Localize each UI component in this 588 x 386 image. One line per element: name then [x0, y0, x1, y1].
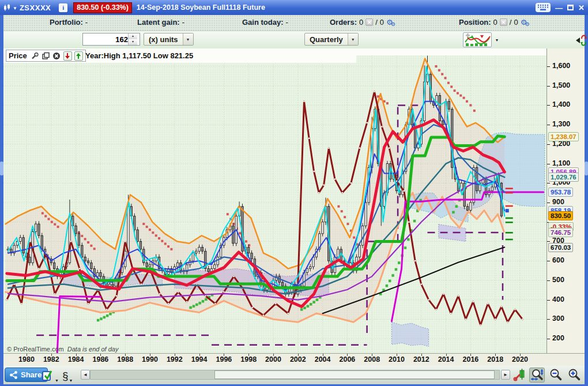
- red-sar-dot: [473, 110, 476, 112]
- chart-scrollbar[interactable]: [90, 370, 500, 380]
- red-sar-dot: [161, 240, 163, 242]
- wrench-icon[interactable]: [31, 51, 39, 60]
- price-badge: 1,238.07: [548, 132, 579, 141]
- window-titlebar: ▼ ZSXXXX i 830.50 (-0.33%) 14-Sep-2018 S…: [0, 0, 588, 15]
- red-sar-dot: [463, 97, 465, 99]
- zoom-out-button[interactable]: [548, 368, 563, 383]
- red-sar-dot: [167, 245, 169, 248]
- move-panel-up-icon[interactable]: [74, 51, 83, 61]
- candle-body: [448, 102, 450, 109]
- green-sar-dot: [413, 220, 416, 223]
- position-slash: /: [510, 18, 512, 27]
- ma-maroon-marker: [29, 241, 31, 242]
- y-axis-tick: [547, 86, 550, 87]
- orders-field: Orders: 0 ✕ / 0 ⚙: [330, 18, 393, 27]
- candle-body: [251, 253, 252, 259]
- units-mode-value: (x) units: [144, 35, 183, 44]
- latent-gain-value: -: [182, 18, 184, 27]
- candle-body: [281, 282, 283, 286]
- order-tool-caret: ▼: [55, 378, 59, 383]
- ma-maroon-marker: [318, 192, 319, 193]
- maximize-button[interactable]: [567, 5, 574, 10]
- duplicate-panel-icon[interactable]: [42, 51, 50, 60]
- chart-settings-button[interactable]: [512, 368, 527, 383]
- green-sar-dot: [202, 300, 205, 303]
- candle-body: [91, 263, 92, 269]
- units-count-field[interactable]: ▴▾: [82, 33, 140, 46]
- zoom-in-icon: [567, 368, 582, 382]
- green-sar-dot: [398, 261, 401, 264]
- portfolio-field: Portfolio: -: [50, 18, 88, 27]
- price-axis[interactable]: 2003004005006007009001,0001,1001,2001,30…: [546, 48, 585, 353]
- close-position-icon[interactable]: ✕: [500, 18, 507, 26]
- candle-body: [41, 235, 43, 249]
- ma-maroon-marker: [88, 303, 89, 304]
- info-button[interactable]: i: [59, 3, 67, 12]
- position-settings-icon[interactable]: ⚙: [521, 18, 527, 26]
- red-sar-dot: [245, 240, 247, 242]
- chart-scrollbar-thumb[interactable]: [214, 370, 495, 379]
- candle-body: [208, 269, 209, 272]
- green-sar-dot: [307, 305, 310, 308]
- ma-maroon-marker: [389, 147, 390, 148]
- chart-style-button[interactable]: [463, 32, 492, 47]
- candle-body: [322, 222, 323, 234]
- price-chart[interactable]: [3, 48, 546, 353]
- y-axis-label: 1,600: [552, 62, 570, 70]
- units-count-stepper[interactable]: ▴▾: [128, 33, 137, 45]
- move-panel-down-icon[interactable]: [63, 51, 72, 61]
- ma-maroon-marker: [275, 303, 276, 304]
- chart-style-caret[interactable]: ▼: [492, 32, 502, 47]
- y-axis-tick: [547, 280, 550, 281]
- units-mode-dropdown[interactable]: (x) units ▼: [144, 33, 194, 46]
- y-axis-label: 400: [552, 295, 564, 303]
- scroll-left-button[interactable]: ◄: [81, 370, 90, 380]
- green-sar-dot: [198, 302, 201, 305]
- orders-settings-icon[interactable]: ⚙: [386, 18, 393, 26]
- timeframe-dropdown[interactable]: Quarterly ▼: [304, 33, 359, 46]
- zoom-in-button[interactable]: [566, 368, 582, 383]
- ma-maroon-marker: [251, 307, 252, 308]
- red-sar-dot: [42, 212, 44, 215]
- minimize-button[interactable]: —: [555, 4, 563, 12]
- ma-maroon-marker: [168, 303, 169, 304]
- candle-body: [192, 253, 194, 261]
- cancel-orders-icon[interactable]: ✕: [365, 18, 373, 26]
- scroll-right-button[interactable]: ►: [501, 370, 510, 380]
- candle-body: [78, 234, 80, 245]
- red-sar-dot: [469, 104, 472, 106]
- units-count-input[interactable]: [83, 35, 128, 44]
- red-sar-dot: [51, 221, 53, 223]
- green-sar-dot: [395, 268, 398, 271]
- y-axis-label: 1,300: [552, 120, 570, 128]
- red-sar-dot: [149, 228, 151, 231]
- time-axis[interactable]: 1980198219841986198819901992199419961998…: [3, 353, 585, 366]
- symbol-dropdown-caret[interactable]: ▼: [13, 6, 17, 11]
- candle-body: [473, 167, 474, 203]
- candle-body: [201, 248, 203, 252]
- close-panel-icon[interactable]: [52, 51, 61, 60]
- level-dash: [506, 192, 513, 194]
- close-button[interactable]: ✕: [578, 4, 585, 12]
- position-count-2: 0: [514, 18, 518, 27]
- drawing-tools-button[interactable]: § ▼: [62, 368, 73, 383]
- ma-maroon-marker: [450, 313, 451, 314]
- zoom-selection-button[interactable]: [529, 368, 545, 383]
- red-sar-dot: [84, 238, 86, 240]
- candle-body: [359, 245, 360, 257]
- order-confirm-tool-button[interactable]: ▼: [42, 368, 59, 383]
- candle-body: [442, 121, 444, 125]
- level-dash: [506, 205, 513, 207]
- panel-collapse-button[interactable]: [575, 32, 587, 49]
- red-sar-dot: [227, 213, 229, 215]
- left-resize-handle[interactable]: [0, 162, 3, 175]
- green-sar-dot: [97, 319, 100, 322]
- ma-maroon-marker: [328, 147, 329, 148]
- green-sar-dot: [103, 316, 106, 319]
- candle-body: [466, 207, 468, 211]
- keyboard-icon[interactable]: [536, 3, 551, 12]
- red-sar-dot: [54, 223, 56, 226]
- candle-body: [248, 248, 250, 253]
- ma-maroon-marker: [125, 241, 126, 242]
- right-resize-handle[interactable]: [585, 162, 588, 175]
